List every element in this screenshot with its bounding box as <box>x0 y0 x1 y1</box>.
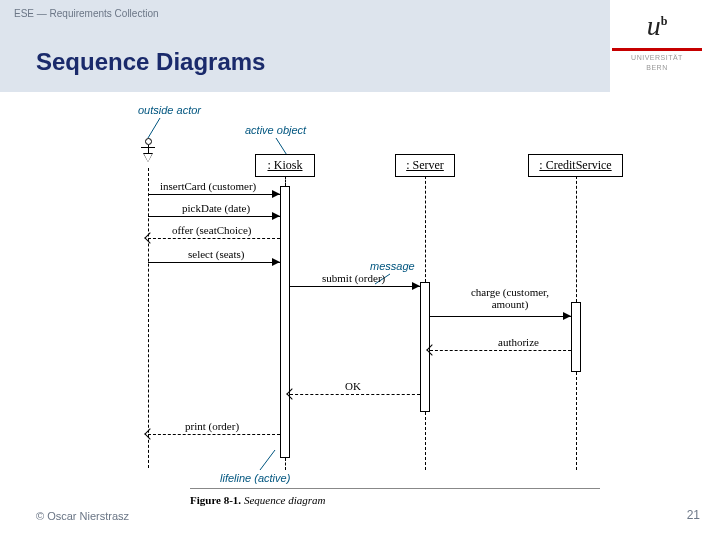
object-server: : Server <box>395 154 455 177</box>
arrowhead-m2 <box>272 212 280 220</box>
lifeline-credit-top <box>576 176 577 302</box>
arrowhead-m6 <box>563 312 571 320</box>
arrowhead-m3 <box>144 232 155 243</box>
lifeline-credit-bot <box>576 372 577 470</box>
note-lifeline: lifeline (active) <box>220 472 290 484</box>
msg-pickdate: pickDate (date) <box>182 202 250 214</box>
figure-caption: Figure 8-1. Sequence diagram <box>190 494 325 506</box>
msg-ok: OK <box>345 380 361 392</box>
actor-icon <box>140 138 156 166</box>
activation-kiosk <box>280 186 290 458</box>
msg-charge: charge (customer, amount) <box>460 286 560 310</box>
arrow-m6 <box>430 316 571 317</box>
arrow-m4 <box>148 262 280 263</box>
activation-credit <box>571 302 581 372</box>
arrowhead-m5 <box>412 282 420 290</box>
note-outside-actor: outside actor <box>138 104 201 116</box>
object-credit: : CreditService <box>528 154 623 177</box>
arrowhead-m9 <box>144 428 155 439</box>
footer-page-number: 21 <box>687 508 700 522</box>
arrowhead-m4 <box>272 258 280 266</box>
msg-submit: submit (order) <box>322 272 385 284</box>
lifeline-server-top <box>425 176 426 282</box>
note-message: message <box>370 260 415 272</box>
logo-bar <box>612 48 702 51</box>
arrow-m1 <box>148 194 280 195</box>
university-logo: ub UNIVERSITÄT BERN <box>612 10 702 71</box>
arrow-m2 <box>148 216 280 217</box>
university-name-2: BERN <box>612 64 702 71</box>
msg-select: select (seats) <box>188 248 245 260</box>
page-title: Sequence Diagrams <box>36 48 265 76</box>
object-kiosk: : Kiosk <box>255 154 315 177</box>
lifeline-server-bot <box>425 412 426 470</box>
msg-authorize: authorize <box>498 336 539 348</box>
lifeline-kiosk-bot <box>285 458 286 470</box>
msg-insertcard: insertCard (customer) <box>160 180 256 192</box>
breadcrumb: ESE — Requirements Collection <box>14 8 159 19</box>
arrow-m5 <box>290 286 420 287</box>
arrow-m9 <box>148 434 280 435</box>
svg-line-3 <box>260 450 275 470</box>
figure-desc: Sequence diagram <box>244 494 326 506</box>
logo-u-icon: ub <box>647 10 668 42</box>
arrow-m3 <box>148 238 280 239</box>
arrowhead-m1 <box>272 190 280 198</box>
sequence-diagram: outside actor active object message life… <box>100 100 670 500</box>
msg-offer: offer (seatChoice) <box>172 224 252 236</box>
footer-copyright: © Oscar Nierstrasz <box>36 510 129 522</box>
msg-print: print (order) <box>185 420 239 432</box>
arrow-m7 <box>430 350 571 351</box>
svg-line-0 <box>148 118 160 138</box>
note-active-object: active object <box>245 124 306 136</box>
figure-number: Figure 8-1. <box>190 494 241 506</box>
lifeline-actor <box>148 168 149 468</box>
caption-rule <box>190 488 600 489</box>
arrow-m8 <box>290 394 420 395</box>
lifeline-kiosk-top <box>285 176 286 186</box>
university-name-1: UNIVERSITÄT <box>612 54 702 61</box>
